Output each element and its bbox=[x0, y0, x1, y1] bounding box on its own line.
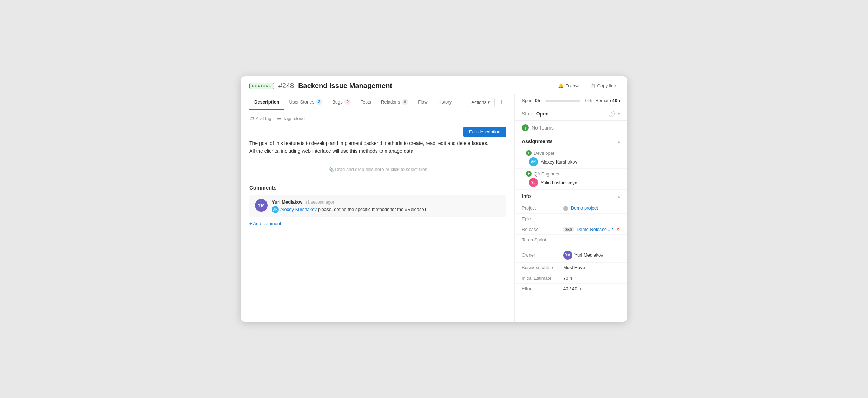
mention-link[interactable]: Alexey Kurshakov bbox=[280, 207, 317, 212]
assignments-section-header[interactable]: Assignments ▴ bbox=[515, 135, 627, 148]
add-comment-button[interactable]: + Add comment bbox=[249, 221, 281, 226]
state-icons: ? ▾ bbox=[609, 111, 620, 117]
tab-tests[interactable]: Tests bbox=[356, 95, 376, 110]
state-chevron-icon[interactable]: ▾ bbox=[618, 111, 620, 117]
relations-badge: 0 bbox=[402, 99, 408, 105]
tab-history[interactable]: History bbox=[433, 95, 456, 110]
developer-role: + Developer bbox=[526, 150, 620, 156]
tab-description[interactable]: Description bbox=[249, 95, 284, 110]
release-link[interactable]: Demo Release #2 bbox=[577, 227, 613, 232]
right-panel: Spent 0h 0% Remain 40h State Open ? ▾ bbox=[515, 94, 627, 322]
add-tab-button[interactable]: + bbox=[497, 98, 506, 107]
comment-text: AKAlexey Kurshakov please, define the sp… bbox=[272, 206, 500, 213]
spent-label: Spent 0h bbox=[522, 98, 540, 103]
tab-bugs[interactable]: Bugs 0 bbox=[327, 94, 356, 110]
project-link[interactable]: Demo project bbox=[571, 205, 598, 211]
developer-person: AK Alexey Kurshakov bbox=[526, 157, 620, 166]
teams-row: + No Teams bbox=[515, 121, 627, 135]
issue-title: Backend Issue Management bbox=[298, 82, 551, 90]
state-label: State bbox=[522, 111, 533, 117]
release-badge: 350 bbox=[563, 227, 574, 232]
feature-badge: FEATURE bbox=[249, 83, 274, 89]
comment-item: YM Yuri Mediakov (1 second ago) AKAlexey… bbox=[249, 195, 506, 218]
state-row: State Open ? ▾ bbox=[515, 107, 627, 121]
info-section: Info ▴ Project Demo project Epic Release bbox=[515, 190, 627, 294]
add-qa-button[interactable]: + bbox=[526, 171, 532, 177]
actions-button[interactable]: Actions ▾ bbox=[467, 98, 495, 107]
developer-avatar: AK bbox=[529, 157, 538, 166]
info-row-effort: Effort 40 / 40 h bbox=[515, 284, 627, 294]
no-teams-label: No Teams bbox=[532, 125, 554, 131]
info-row-epic: Epic bbox=[515, 214, 627, 224]
header: FEATURE #248 Backend Issue Management 🔔 … bbox=[241, 76, 627, 94]
comments-title: Comments bbox=[249, 185, 506, 191]
copy-link-button[interactable]: 📋 Copy link bbox=[587, 82, 619, 90]
progress-pct: 0% bbox=[585, 98, 592, 103]
assignment-qa: + QA Engineer YL Yulia Lushinskaya bbox=[515, 169, 627, 190]
copy-icon: 📋 bbox=[590, 83, 596, 88]
progress-bar-row: Spent 0h 0% Remain 40h bbox=[515, 94, 627, 107]
project-dot bbox=[563, 206, 568, 211]
tabs-bar: Description User Stories 2 Bugs 0 Tests … bbox=[241, 94, 514, 110]
info-row-owner: Owner YM Yuri Mediakov bbox=[515, 247, 627, 263]
header-actions: 🔔 Follow 📋 Copy link bbox=[555, 82, 619, 90]
add-developer-button[interactable]: + bbox=[526, 150, 532, 156]
help-icon[interactable]: ? bbox=[609, 111, 615, 117]
issue-number: #248 bbox=[278, 82, 294, 90]
comment-time: (1 second ago) bbox=[306, 200, 334, 205]
tab-relations[interactable]: Relations 0 bbox=[376, 94, 413, 110]
comment-author: Yuri Mediakov bbox=[272, 199, 302, 205]
main-layout: Description User Stories 2 Bugs 0 Tests … bbox=[241, 94, 627, 322]
info-section-header[interactable]: Info ▴ bbox=[515, 190, 627, 203]
qa-avatar: YL bbox=[529, 178, 538, 187]
tag-controls: 🏷 Add tag ☰ Tags cloud bbox=[249, 116, 506, 121]
add-tag-button[interactable]: 🏷 Add tag bbox=[249, 116, 271, 121]
tag-icon: 🏷 bbox=[249, 116, 254, 121]
comment-body: Yuri Mediakov (1 second ago) AKAlexey Ku… bbox=[272, 199, 500, 213]
info-row-sprint: Team Sprint bbox=[515, 235, 627, 245]
bell-icon: 🔔 bbox=[558, 83, 564, 88]
info-row-release: Release 350 Demo Release #2 ✕ bbox=[515, 224, 627, 235]
user-stories-badge: 2 bbox=[316, 99, 322, 105]
state-value: Open bbox=[536, 111, 606, 117]
assignment-developer: + Developer AK Alexey Kurshakov bbox=[515, 148, 627, 169]
content-area: 🏷 Add tag ☰ Tags cloud Edit description … bbox=[241, 110, 514, 322]
progress-bar bbox=[545, 100, 580, 102]
owner-avatar: YM bbox=[563, 251, 572, 260]
info-row-business-value: Business Value Must Have bbox=[515, 263, 627, 273]
release-remove-button[interactable]: ✕ bbox=[616, 227, 620, 232]
follow-button[interactable]: 🔔 Follow bbox=[555, 82, 581, 90]
remain-label: Remain 40h bbox=[595, 98, 620, 103]
edit-description-button[interactable]: Edit description bbox=[463, 127, 506, 137]
info-chevron-icon: ▴ bbox=[618, 193, 620, 199]
tab-flow[interactable]: Flow bbox=[413, 95, 432, 110]
drop-zone[interactable]: 📎 Drag and drop files here or click to s… bbox=[249, 161, 506, 178]
bugs-badge: 0 bbox=[344, 99, 351, 105]
chevron-down-icon: ▾ bbox=[488, 100, 490, 105]
qa-role: + QA Engineer bbox=[526, 171, 620, 177]
description-area: Edit description The goal of this featur… bbox=[249, 127, 506, 178]
comments-section: Comments YM Yuri Mediakov (1 second ago)… bbox=[249, 185, 506, 226]
tab-user-stories[interactable]: User Stories 2 bbox=[284, 94, 328, 110]
tags-cloud-button[interactable]: ☰ Tags cloud bbox=[277, 116, 305, 121]
add-team-button[interactable]: + bbox=[522, 124, 529, 131]
paperclip-icon: 📎 bbox=[328, 167, 334, 172]
mention-avatar: AK bbox=[272, 206, 279, 213]
assignments-chevron-icon: ▴ bbox=[618, 139, 620, 144]
avatar: YM bbox=[255, 199, 268, 212]
info-title: Info bbox=[522, 193, 618, 199]
assignments-title: Assignments bbox=[522, 139, 618, 144]
qa-person: YL Yulia Lushinskaya bbox=[526, 178, 620, 187]
main-window: FEATURE #248 Backend Issue Management 🔔 … bbox=[241, 76, 627, 322]
left-panel: Description User Stories 2 Bugs 0 Tests … bbox=[241, 94, 515, 322]
list-icon: ☰ bbox=[277, 116, 281, 121]
info-row-project: Project Demo project bbox=[515, 203, 627, 214]
info-row-initial-estimate: Initial Estimate 70 h bbox=[515, 273, 627, 284]
